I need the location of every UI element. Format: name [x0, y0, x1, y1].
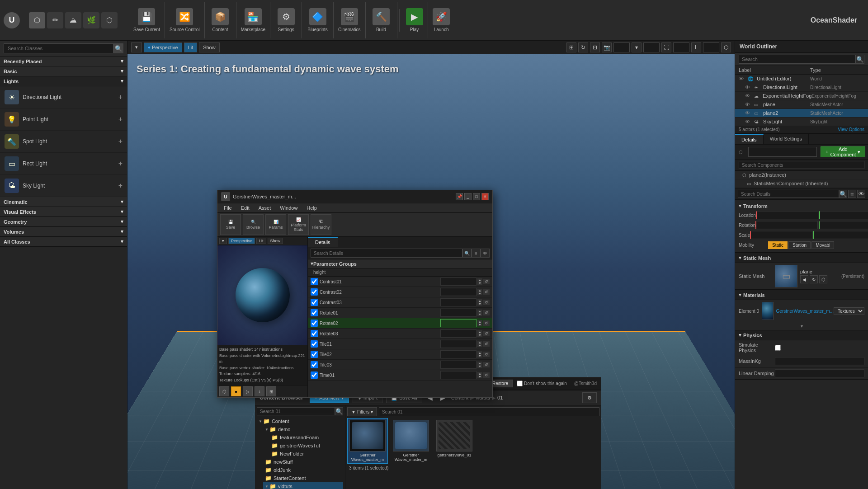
down-arrow-3[interactable]: ▼	[477, 302, 482, 306]
down-arrow-9[interactable]: ▼	[477, 365, 482, 368]
modal-minimize-btn[interactable]: _	[464, 193, 472, 200]
search-classes-button[interactable]: 🔍	[113, 43, 123, 53]
folder-demo[interactable]: ▼ 📁 demo	[263, 425, 343, 433]
modal-vp-lit[interactable]: Lit	[256, 238, 266, 244]
param-tile01-input[interactable]: 1.0	[440, 340, 476, 348]
recently-placed-header[interactable]: Recently Placed ▾	[0, 56, 127, 66]
down-arrow-4[interactable]: ▼	[477, 313, 482, 316]
modal-pin-btn[interactable]: 📌	[456, 193, 463, 200]
vp-bottom-btn-5[interactable]: ⊞	[266, 386, 276, 396]
param-tile03-reset[interactable]: ↺	[483, 362, 490, 367]
param-contrast02-check[interactable]	[311, 288, 318, 296]
search-classes-input[interactable]	[4, 43, 113, 53]
folder-oldjunk[interactable]: 📁 oldJunk	[263, 466, 343, 474]
movable-mobility-btn[interactable]: Movabi	[811, 241, 834, 249]
down-arrow-8[interactable]: ▼	[477, 354, 482, 357]
mesh-browse-btn[interactable]: ◀	[800, 275, 808, 283]
cinematics-button[interactable]: 🎬 Cinematics	[334, 2, 365, 38]
up-arrow-4[interactable]: ▲	[477, 310, 482, 313]
modal-eye-icon[interactable]: 👁	[481, 249, 490, 258]
param-groups-header[interactable]: ▾ Parameter Groups	[308, 259, 492, 268]
outliner-untitled[interactable]: 👁 🌐 Untitled (Editor) World	[735, 75, 868, 83]
folder-features[interactable]: 📁 featuresandFoam	[269, 433, 343, 442]
vp-bottom-btn-3[interactable]: ▷	[243, 386, 253, 396]
geometry-header[interactable]: Geometry ▾	[0, 217, 127, 227]
vp-bottom-btn-2[interactable]: ●	[231, 386, 241, 396]
breadcrumb-01[interactable]: 01	[497, 395, 503, 400]
asset-item-1[interactable]: Gerstner Waves_master_m	[391, 418, 431, 464]
play-button[interactable]: ▶ Play	[401, 2, 428, 38]
cam-speed-btn[interactable]: 📷	[602, 42, 612, 52]
sky-light-add[interactable]: +	[118, 182, 123, 190]
scale-x-input[interactable]: 5000.0	[750, 231, 812, 239]
param-tile01[interactable]: Tile01 1.0 ▲▼ ↺	[308, 339, 492, 349]
details-tab[interactable]: Details	[735, 134, 764, 144]
modal-save-btn[interactable]: 💾 Save	[220, 214, 241, 235]
folder-content[interactable]: ▼ 📁 Content	[257, 417, 343, 425]
assets-search-input[interactable]	[379, 407, 599, 416]
grid-snap-btn[interactable]: ⊞	[566, 42, 576, 52]
modal-vp-show[interactable]: Show	[268, 238, 283, 244]
param-tile03-input[interactable]: 2.511972	[440, 361, 476, 369]
folder-newfolder[interactable]: 📁 NewFolder	[269, 450, 343, 458]
modal-menu-edit[interactable]: Edit	[237, 204, 253, 212]
param-rotate02-reset[interactable]: ↺	[483, 320, 490, 326]
static-mesh-section-header[interactable]: ▾ Static Mesh	[735, 253, 868, 263]
outliner-search-btn[interactable]: 🔍	[855, 55, 864, 64]
modal-params-btn[interactable]: 📊 Params	[265, 214, 286, 235]
point-light-item[interactable]: 💡 Point Light +	[0, 108, 127, 131]
search-details-input[interactable]	[738, 190, 839, 198]
folder-search-input[interactable]	[257, 407, 335, 415]
cinematic-header[interactable]: Cinematic ▾	[0, 197, 127, 207]
param-contrast03-check[interactable]	[311, 299, 318, 306]
param-rotate02-input[interactable]: 45.0	[440, 319, 476, 327]
param-tile03[interactable]: Tile03 2.511972 ▲▼ ↺	[308, 360, 492, 370]
mesh-mode-icon[interactable]: ⬡	[101, 12, 118, 28]
details-view-btn[interactable]: ≡	[848, 190, 856, 198]
marketplace-button[interactable]: 🏪 Marketplace	[236, 2, 270, 38]
grid-size-down[interactable]: ▾	[632, 42, 642, 52]
blueprints-button[interactable]: 🔷 Blueprints	[302, 2, 334, 38]
add-component-button[interactable]: + Add Component ▾	[821, 146, 865, 157]
lit-btn[interactable]: Lit	[184, 42, 198, 52]
outliner-fog[interactable]: 👁 ☁ ExponentialHeightFog ExponentialHeig…	[735, 92, 868, 100]
param-rotate03-check[interactable]	[311, 330, 318, 337]
mesh-reset-btn[interactable]: ↻	[810, 275, 818, 283]
down-arrow[interactable]: ▼	[477, 282, 482, 285]
damping-input[interactable]: 0.01	[775, 369, 864, 377]
asset-item-0[interactable]: Gerstner Waves_master_m	[347, 418, 388, 464]
modal-vp-canvas[interactable]	[217, 245, 307, 345]
modal-menu-help[interactable]: Help	[303, 204, 321, 212]
materials-section-header[interactable]: ▾ Materials	[735, 290, 868, 300]
launch-button[interactable]: 🚀 Launch	[428, 2, 455, 38]
param-rotate01-check[interactable]	[311, 309, 318, 316]
param-tile01-reset[interactable]: ↺	[483, 341, 490, 347]
modal-browse-btn[interactable]: 🔍 Browse	[243, 214, 264, 235]
param-rotate03[interactable]: Rotate03 -3.302682 ▲▼ ↺	[308, 329, 492, 339]
static-mesh-component-item[interactable]: ▭ StaticMeshComponent (Inherited)	[735, 179, 868, 188]
settings-button[interactable]: ⚙ Settings	[270, 2, 302, 38]
param-rotate01[interactable]: Rotate01 0.25 ▲▼ ↺	[308, 308, 492, 318]
up-arrow-2[interactable]: ▲	[477, 289, 482, 292]
perspective-btn[interactable]: ● Perspective	[144, 42, 182, 52]
modal-search-icon[interactable]: 🔍	[462, 249, 472, 258]
location-x-input[interactable]: -893.56878	[756, 211, 818, 219]
folder-vidtuts[interactable]: ▼ 📁 vidtuts	[263, 482, 343, 489]
spot-light-add[interactable]: +	[118, 137, 123, 146]
param-contrast02[interactable]: Contrast02 0.7 ▲▼ ↺	[308, 287, 492, 297]
down-arrow-10[interactable]: ▼	[477, 375, 482, 378]
up-arrow-10[interactable]: ▲	[477, 372, 482, 375]
outliner-skylight[interactable]: 👁 🌤 SkyLight SkyLight	[735, 118, 868, 126]
up-arrow-8[interactable]: ▲	[477, 351, 482, 354]
filters-button[interactable]: ▼ Filters ▾	[347, 407, 377, 416]
down-arrow-6[interactable]: ▼	[477, 334, 482, 337]
modal-search-input[interactable]	[311, 249, 462, 258]
lod-btn[interactable]: L	[691, 42, 701, 52]
modal-menu-window[interactable]: Window	[276, 204, 301, 212]
up-arrow-6[interactable]: ▲	[477, 330, 482, 334]
select-mode-icon[interactable]: ⬡	[29, 12, 45, 28]
camera-btn[interactable]: ⬡	[721, 42, 731, 52]
actor-name-input[interactable]: plane2	[748, 147, 817, 157]
paint-mode-icon[interactable]: ✏	[47, 12, 63, 28]
down-arrow-7[interactable]: ▼	[477, 344, 482, 347]
